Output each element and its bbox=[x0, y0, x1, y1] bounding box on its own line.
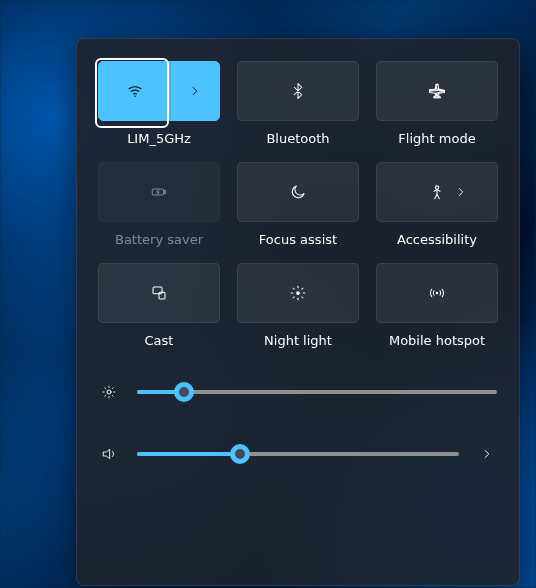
flight-toggle[interactable] bbox=[377, 82, 497, 100]
wifi-label: LIM_5GHz bbox=[127, 131, 191, 146]
accessibility-tile[interactable] bbox=[376, 162, 498, 222]
battery-tile bbox=[98, 162, 220, 222]
bluetooth-tile[interactable] bbox=[237, 61, 359, 121]
hotspot-tile[interactable] bbox=[376, 263, 498, 323]
brightness-row bbox=[99, 384, 497, 400]
bluetooth-toggle[interactable] bbox=[238, 82, 358, 100]
svg-point-6 bbox=[296, 291, 300, 295]
svg-line-23 bbox=[105, 395, 106, 396]
svg-rect-2 bbox=[164, 191, 166, 194]
accessibility-label: Accessibility bbox=[397, 232, 477, 247]
volume-thumb[interactable] bbox=[230, 444, 250, 464]
volume-expand-button[interactable] bbox=[477, 447, 497, 461]
nightlight-tile[interactable] bbox=[237, 263, 359, 323]
focus-cell: Focus assist bbox=[238, 162, 358, 247]
svg-line-24 bbox=[112, 388, 113, 389]
chevron-right-icon bbox=[188, 84, 202, 98]
hotspot-cell: Mobile hotspot bbox=[377, 263, 497, 348]
nightlight-label: Night light bbox=[264, 333, 332, 348]
svg-point-0 bbox=[134, 96, 136, 98]
battery-label: Battery saver bbox=[115, 232, 203, 247]
accessibility-expand-button[interactable] bbox=[437, 163, 485, 221]
battery-cell: Battery saver bbox=[99, 162, 219, 247]
sun-icon bbox=[289, 284, 307, 302]
svg-point-15 bbox=[436, 292, 438, 294]
moon-icon bbox=[289, 183, 307, 201]
airplane-icon bbox=[428, 82, 446, 100]
flight-label: Flight mode bbox=[398, 131, 475, 146]
hotspot-icon bbox=[428, 284, 446, 302]
quick-settings-grid: LIM_5GHzBluetoothFlight modeBattery save… bbox=[99, 61, 497, 348]
svg-point-16 bbox=[107, 390, 111, 394]
volume-icon bbox=[99, 446, 119, 462]
wifi-tile[interactable] bbox=[98, 61, 220, 121]
brightness-icon bbox=[99, 384, 119, 400]
sliders-section bbox=[99, 384, 497, 462]
svg-line-21 bbox=[105, 388, 106, 389]
volume-fill bbox=[137, 452, 240, 456]
wifi-icon bbox=[126, 82, 144, 100]
focus-label: Focus assist bbox=[259, 232, 337, 247]
accessibility-cell: Accessibility bbox=[377, 162, 497, 247]
quick-settings-panel: LIM_5GHzBluetoothFlight modeBattery save… bbox=[76, 38, 520, 586]
hotspot-label: Mobile hotspot bbox=[389, 333, 485, 348]
flight-tile[interactable] bbox=[376, 61, 498, 121]
svg-line-14 bbox=[302, 288, 303, 289]
volume-slider[interactable] bbox=[137, 452, 459, 456]
battery-toggle bbox=[99, 183, 219, 201]
battery-icon bbox=[150, 183, 168, 201]
chevron-right-icon bbox=[454, 185, 468, 199]
cast-cell: Cast bbox=[99, 263, 219, 348]
svg-line-22 bbox=[112, 395, 113, 396]
bluetooth-icon bbox=[289, 82, 307, 100]
wifi-cell: LIM_5GHz bbox=[99, 61, 219, 146]
cast-toggle[interactable] bbox=[99, 284, 219, 302]
brightness-thumb[interactable] bbox=[174, 382, 194, 402]
flight-cell: Flight mode bbox=[377, 61, 497, 146]
wifi-expand-button[interactable] bbox=[170, 62, 219, 120]
cast-label: Cast bbox=[145, 333, 174, 348]
svg-line-13 bbox=[293, 297, 294, 298]
brightness-slider[interactable] bbox=[137, 390, 497, 394]
bluetooth-label: Bluetooth bbox=[266, 131, 329, 146]
nightlight-cell: Night light bbox=[238, 263, 358, 348]
volume-row bbox=[99, 446, 497, 462]
cast-icon bbox=[150, 284, 168, 302]
svg-line-12 bbox=[302, 297, 303, 298]
nightlight-toggle[interactable] bbox=[238, 284, 358, 302]
focus-toggle[interactable] bbox=[238, 183, 358, 201]
bluetooth-cell: Bluetooth bbox=[238, 61, 358, 146]
wifi-toggle[interactable] bbox=[99, 82, 170, 100]
hotspot-toggle[interactable] bbox=[377, 284, 497, 302]
cast-tile[interactable] bbox=[98, 263, 220, 323]
svg-line-11 bbox=[293, 288, 294, 289]
focus-tile[interactable] bbox=[237, 162, 359, 222]
